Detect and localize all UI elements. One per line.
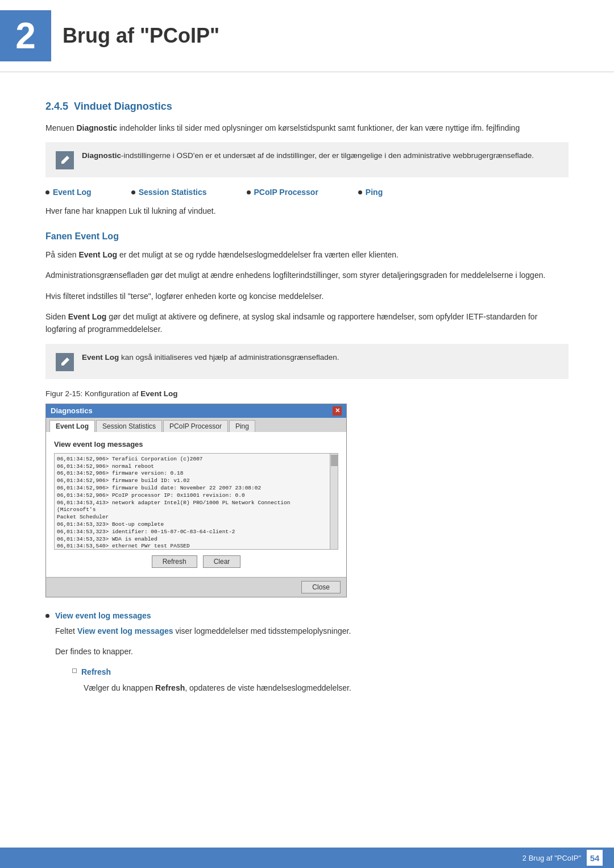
- bullet-link-session-statistics[interactable]: Session Statistics: [139, 188, 207, 197]
- note-box-1: Diagnostic-indstillingerne i OSD'en er e…: [45, 142, 569, 177]
- bullet-dot-4: [358, 190, 362, 194]
- bullet-dot-2: [131, 190, 135, 194]
- chapter-number: 2: [15, 18, 36, 54]
- bullet-list-row: Event Log Session Statistics PCoIP Proce…: [45, 188, 569, 197]
- note-text-1: Diagnostic-indstillingerne i OSD'en er e…: [82, 150, 534, 161]
- footer-text: 2 Brug af "PCoIP": [522, 854, 581, 862]
- tab-event-log[interactable]: Event Log: [49, 420, 95, 432]
- diag-log-content: 06,01:34:52,906> Terafici Corporation (c…: [57, 456, 335, 550]
- view-event-log-bullet: View event log messages Feltet View even…: [45, 611, 569, 702]
- bullet-dot-1: [45, 190, 49, 194]
- diag-view-label: View event log messages: [54, 440, 338, 448]
- bullet-link-event-log[interactable]: Event Log: [53, 188, 92, 197]
- refresh-sub-content: Refresh: [81, 666, 111, 678]
- footer-page-number: 54: [587, 850, 603, 866]
- pencil-icon-2: [59, 356, 70, 368]
- view-event-log-content: View event log messages Feltet View even…: [55, 611, 351, 702]
- diag-action-buttons: Refresh Clear: [54, 555, 338, 568]
- intro-paragraph: Menuen Diagnostic indeholder links til s…: [45, 122, 569, 134]
- note-box-2: Event Log kan også initialiseres ved hjæ…: [45, 344, 569, 379]
- diag-titlebar: Diagnostics ✕: [46, 404, 346, 418]
- bullet-link-pcoip-processor[interactable]: PCoIP Processor: [254, 188, 318, 197]
- refresh-square-icon: [72, 668, 77, 673]
- chapter-number-block: 2: [0, 10, 51, 61]
- two-buttons-text: Der findes to knapper.: [55, 645, 351, 658]
- clear-button[interactable]: Clear: [203, 555, 241, 568]
- view-event-log-title: View event log messages: [55, 611, 151, 620]
- para4: Siden Event Log gør det muligt at aktive…: [45, 310, 569, 336]
- diagnostics-window: Diagnostics ✕ Event Log Session Statisti…: [45, 404, 347, 597]
- main-content: 2.4.5 Vinduet Diagnostics Menuen Diagnos…: [0, 72, 614, 755]
- note-icon-2: [56, 353, 74, 371]
- tab-pcoip-processor[interactable]: PCoIP Processor: [163, 420, 228, 432]
- para3: Hvis filteret indstilles til "terse", lo…: [45, 290, 569, 302]
- figure-caption: Figur 2-15: Konfiguration af Event Log: [45, 389, 569, 398]
- section-heading: 2.4.5 Vinduet Diagnostics: [45, 101, 569, 113]
- diag-log-area: 06,01:34:52,906> Terafici Corporation (c…: [54, 453, 338, 550]
- close-main-button[interactable]: Close: [301, 581, 341, 593]
- bullet-item-1: Event Log: [45, 188, 92, 197]
- page-footer: 2 Brug af "PCoIP" 54: [0, 848, 614, 868]
- page-header: 2 Brug af "PCoIP": [0, 0, 614, 72]
- bullet-item-2: Session Statistics: [131, 188, 207, 197]
- bullet-link-ping[interactable]: Ping: [366, 188, 383, 197]
- view-event-log-desc: Feltet View event log messages viser log…: [55, 625, 351, 637]
- bullet-dot-3: [247, 190, 251, 194]
- pencil-icon: [59, 155, 70, 166]
- chapter-title: Brug af "PCoIP": [63, 24, 219, 48]
- refresh-button[interactable]: Refresh: [152, 555, 197, 568]
- each-tab-text: Hver fane har knappen Luk til lukning af…: [45, 205, 569, 217]
- para1: På siden Event Log er det muligt at se o…: [45, 248, 569, 261]
- diag-title: Diagnostics: [51, 406, 93, 415]
- bullet-item-3: PCoIP Processor: [247, 188, 318, 197]
- diag-log-scrollbar[interactable]: [330, 454, 338, 549]
- refresh-description: Vælger du knappen Refresh, opdateres de …: [84, 682, 351, 694]
- tab-ping[interactable]: Ping: [229, 420, 255, 432]
- diag-log-thumb: [331, 455, 338, 466]
- note-text-2: Event Log kan også initialiseres ved hjæ…: [82, 352, 339, 363]
- para2: Administrationsgrænsefladen gør det muli…: [45, 269, 569, 281]
- note-icon-1: [56, 151, 74, 169]
- diag-close-row: Close: [46, 577, 346, 597]
- diag-tabs: Event Log Session Statistics PCoIP Proce…: [46, 418, 346, 432]
- tab-session-statistics[interactable]: Session Statistics: [96, 420, 162, 432]
- refresh-sub-bullet: Refresh: [72, 666, 351, 678]
- view-event-log-dot: [45, 614, 49, 618]
- diag-close-x-button[interactable]: ✕: [333, 406, 342, 416]
- bullet-item-4: Ping: [358, 188, 383, 197]
- diag-body: View event log messages 06,01:34:52,906>…: [46, 432, 346, 577]
- sub-section-heading: Fanen Event Log: [45, 231, 569, 242]
